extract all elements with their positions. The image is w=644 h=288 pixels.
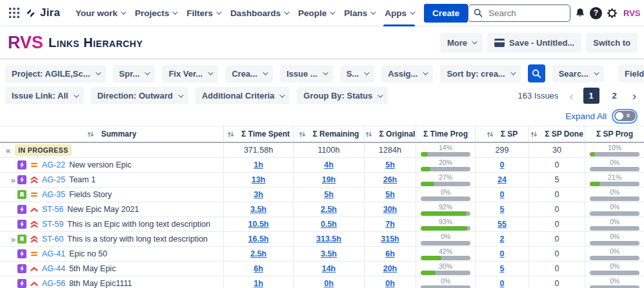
column-header-sp-done[interactable]: Σ SP Done	[529, 126, 585, 143]
issue-key-link[interactable]: AG-41	[42, 249, 65, 258]
global-search-input[interactable]	[487, 8, 565, 19]
nav-item-filters[interactable]: Filters	[181, 0, 225, 26]
original-link[interactable]: 7h	[385, 220, 395, 229]
expand-all-link[interactable]: Expand All	[565, 111, 607, 121]
previous-page-icon[interactable]: ‹	[567, 90, 576, 102]
time-spent-link[interactable]: 6h	[254, 264, 263, 273]
filter-additional-criteria[interactable]: Additional Criteria	[196, 87, 290, 104]
column-header-summary[interactable]: Summary	[0, 126, 224, 143]
rvs-app-icon[interactable]: RVS	[623, 8, 641, 18]
remaining-link[interactable]: 3.5h	[321, 249, 337, 258]
time-spent-link[interactable]: 10.5h	[248, 220, 269, 229]
sp-link[interactable]: 0	[500, 279, 505, 288]
sp-link[interactable]: 2	[500, 235, 505, 244]
nav-item-dashboards[interactable]: Dashboards	[225, 0, 293, 26]
column-header-remaining[interactable]: Σ Remaining	[294, 126, 365, 143]
time-spent-link[interactable]: 13h	[252, 175, 266, 184]
sp-link[interactable]: 5	[500, 205, 505, 214]
column-header-sp[interactable]: Σ SP	[476, 126, 529, 143]
issue-key-link[interactable]: AG-44	[42, 264, 65, 273]
filter-status[interactable]: S...	[340, 65, 375, 82]
jira-logo[interactable]: Jira	[25, 6, 60, 19]
expand-children-icon[interactable]: »	[0, 235, 17, 244]
sp-link[interactable]: 0	[500, 160, 505, 169]
column-header-time-spent[interactable]: Σ Time Spent	[224, 126, 294, 143]
issue-key-link[interactable]: ST-60	[42, 235, 63, 244]
sp-link[interactable]: 0	[500, 249, 505, 258]
time-spent-link[interactable]: 16.5h	[248, 235, 269, 244]
remaining-link[interactable]: 19h	[322, 175, 336, 184]
create-button[interactable]: Create	[424, 4, 468, 23]
page-button-2[interactable]: 2	[607, 88, 623, 104]
expand-children-icon[interactable]: »	[0, 175, 17, 185]
original-link[interactable]: 0h	[385, 279, 395, 288]
collapse-group-icon[interactable]: «	[0, 146, 10, 155]
page-button-1[interactable]: 1	[583, 88, 599, 104]
filter-search-text[interactable]: Searc...	[552, 65, 604, 82]
original-link[interactable]: 5h	[385, 190, 395, 199]
help-icon[interactable]: ?	[590, 5, 602, 21]
remaining-link[interactable]: 14h	[322, 264, 336, 273]
nav-item-apps[interactable]: Apps	[379, 0, 419, 26]
nav-item-your-work[interactable]: Your work	[70, 0, 130, 26]
filter-sort-by[interactable]: Sort by: crea...	[440, 65, 520, 82]
filter-group-by[interactable]: Group By: Status	[297, 87, 388, 104]
time-spent-link[interactable]: 1h	[254, 160, 263, 169]
chevron-down-icon	[74, 92, 79, 97]
issue-key-link[interactable]: ST-59	[42, 220, 63, 229]
sp-link[interactable]: 5	[500, 264, 505, 273]
original-link[interactable]: 315h	[381, 235, 399, 244]
time-progress: 42%	[416, 247, 476, 262]
remaining-link[interactable]: 4h	[324, 160, 334, 169]
table-body: «IN PROGRESS371.58h1100h1284h14%2993010%…	[0, 143, 644, 288]
sp-cell: 5	[476, 262, 529, 276]
remaining-link[interactable]: 313.5h	[316, 235, 341, 244]
issue-key-link[interactable]: AG-56	[42, 279, 65, 288]
sp-cell: 2	[476, 232, 529, 247]
time-spent-link[interactable]: 1h	[254, 279, 263, 288]
remaining-link[interactable]: 0.5h	[321, 220, 337, 229]
issue-key-link[interactable]: AG-22	[42, 160, 65, 169]
time-spent-link[interactable]: 2.5h	[250, 249, 267, 258]
time-spent-link[interactable]: 3.5h	[250, 205, 267, 214]
filter-fix-version[interactable]: Fix Ver...	[162, 65, 218, 82]
settings-gear-icon[interactable]	[606, 5, 618, 21]
next-page-icon[interactable]: ›	[630, 90, 639, 102]
filter-issue-link[interactable]: Issue Link: All	[5, 87, 84, 104]
original-link[interactable]: 6h	[385, 249, 395, 258]
notifications-bell-icon[interactable]	[574, 5, 586, 21]
issue-key-link[interactable]: AG-25	[42, 175, 65, 184]
expand-all-toggle[interactable]: ×	[612, 109, 638, 124]
app-switcher-icon[interactable]	[9, 8, 19, 18]
column-header-original[interactable]: Σ Original	[365, 126, 416, 143]
more-button[interactable]: More	[440, 33, 483, 53]
filter-direction[interactable]: Direction: Outward	[91, 87, 188, 104]
fields-button[interactable]: Fields	[618, 65, 644, 82]
issue-key-link[interactable]: ST-56	[42, 205, 63, 214]
global-search-box[interactable]	[468, 5, 570, 22]
filter-issue-type[interactable]: Issue ...	[280, 65, 333, 82]
original-link[interactable]: 26h	[383, 175, 397, 184]
sp-link[interactable]: 55	[498, 220, 507, 229]
filter-sprint[interactable]: Spr...	[113, 65, 156, 82]
apply-search-button[interactable]	[528, 64, 545, 82]
save-button[interactable]: Save - Untitled...	[487, 33, 581, 53]
nav-item-plans[interactable]: Plans	[339, 0, 379, 26]
sp-link[interactable]: 0	[500, 190, 505, 199]
nav-item-people[interactable]: People	[293, 0, 339, 26]
switch-to-button[interactable]: Switch to	[586, 33, 638, 53]
filter-assignee[interactable]: Assig...	[381, 65, 433, 82]
sp-link[interactable]: 24	[498, 175, 507, 184]
time-spent-link[interactable]: 3h	[254, 190, 263, 199]
filter-created[interactable]: Crea...	[225, 65, 273, 82]
issue-key-link[interactable]: AG-35	[42, 190, 65, 199]
toggle-track: ×	[614, 111, 636, 121]
remaining-link[interactable]: 0h	[324, 279, 334, 288]
original-link[interactable]: 5h	[385, 160, 395, 169]
nav-item-projects[interactable]: Projects	[130, 0, 181, 26]
filter-project[interactable]: Project: AGILE,Sc...	[5, 65, 106, 82]
original-link[interactable]: 20h	[383, 264, 397, 273]
original-link[interactable]: 30h	[383, 205, 397, 214]
remaining-link[interactable]: 5h	[324, 190, 334, 199]
remaining-link[interactable]: 2.5h	[321, 205, 337, 214]
